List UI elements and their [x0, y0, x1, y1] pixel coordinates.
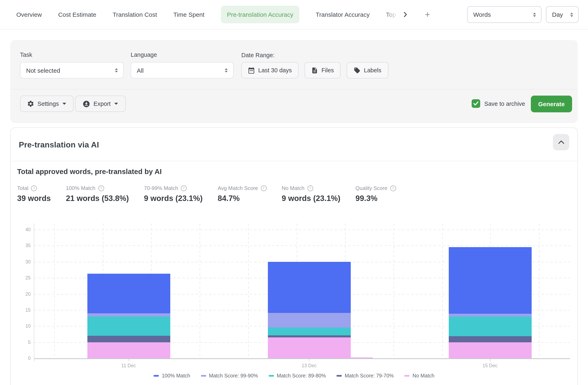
y-axis-tick-label: 10 — [17, 324, 31, 329]
report-tabs-bar: OverviewCost EstimateTranslation CostTim… — [0, 0, 588, 29]
y-axis-tick-label: 15 — [17, 308, 31, 313]
task-label: Task — [20, 51, 32, 58]
updown-stepper-icon — [531, 11, 538, 18]
files-button[interactable]: Files — [305, 62, 340, 78]
stat-value: 9 words (23.1%) — [282, 194, 340, 203]
files-button-label: Files — [321, 67, 334, 74]
card-header: Pre-translation via AI — [11, 128, 577, 161]
chevron-up-icon — [558, 140, 564, 144]
nav-selects: Words Day — [467, 6, 579, 23]
chart-legend: 100% MatchMatch Score: 99-90%Match Score… — [11, 373, 577, 379]
baseline-sliver — [351, 357, 373, 358]
legend-item[interactable]: Match Score: 99-90% — [201, 373, 258, 379]
legend-item[interactable]: Match Score: 79-70% — [336, 373, 394, 379]
period-select[interactable]: Day — [546, 6, 579, 23]
settings-button[interactable]: Settings — [20, 96, 74, 112]
updown-stepper-icon — [223, 67, 230, 74]
caret-down-icon — [114, 102, 118, 105]
unit-select[interactable]: Words — [467, 6, 542, 23]
bar-segment[interactable] — [268, 337, 351, 358]
bar-segment[interactable] — [449, 247, 531, 314]
stat-value: 21 words (53.8%) — [66, 194, 129, 203]
bar-segment[interactable] — [87, 336, 170, 342]
stat-value: 9 words (23.1%) — [144, 194, 203, 203]
task-select-value: Not selected — [26, 67, 60, 74]
collapse-card-button[interactable] — [553, 134, 569, 150]
tab-time-spent[interactable]: Time Spent — [173, 11, 204, 18]
save-to-archive-checkbox[interactable] — [472, 99, 480, 108]
legend-marker-icon — [269, 375, 274, 377]
check-icon — [473, 101, 479, 106]
stat-label: 100% Match — [66, 185, 96, 191]
chevron-right-icon — [402, 11, 409, 18]
bar-segment[interactable] — [268, 328, 351, 335]
legend-label: Match Score: 89-80% — [277, 373, 326, 379]
language-select[interactable]: All — [131, 62, 233, 78]
legend-marker-icon — [404, 375, 410, 377]
task-select[interactable]: Not selected — [20, 62, 124, 78]
bar-segment[interactable] — [87, 274, 170, 313]
bar-segment[interactable] — [87, 313, 170, 317]
stat: Totali39 words — [17, 185, 51, 203]
updown-stepper-icon — [568, 11, 575, 18]
stat-value: 39 words — [17, 194, 51, 203]
tab-top[interactable]: Top — [386, 11, 396, 18]
tabs-overflow-button[interactable] — [402, 11, 409, 18]
info-icon[interactable]: i — [261, 185, 267, 191]
tab-cost-estimate[interactable]: Cost Estimate — [58, 11, 96, 18]
bar-segment[interactable] — [268, 262, 351, 313]
tag-icon — [354, 67, 360, 74]
h-gridline — [34, 230, 570, 230]
download-circle-icon — [83, 100, 90, 108]
settings-button-label: Settings — [38, 101, 59, 107]
bar-segment[interactable] — [449, 314, 531, 317]
v-gridline — [442, 223, 442, 358]
export-button[interactable]: Export — [75, 96, 126, 112]
info-icon[interactable]: i — [181, 185, 187, 191]
date-range-label: Date Range: — [241, 52, 274, 58]
legend-label: Match Score: 79-70% — [345, 373, 394, 379]
stat: Avg Match Scorei84.7% — [218, 185, 267, 203]
export-button-label: Export — [93, 101, 111, 107]
stat-value: 84.7% — [218, 194, 267, 203]
bar-segment[interactable] — [268, 313, 351, 328]
bar-segment[interactable] — [87, 316, 170, 336]
stat-value: 99.3% — [356, 194, 396, 203]
x-axis-date-label: 15 Dec — [483, 363, 498, 368]
bar-segment[interactable] — [449, 342, 531, 358]
stat-label: Avg Match Score — [218, 185, 258, 191]
legend-item[interactable]: Match Score: 89-80% — [269, 373, 326, 379]
generate-button[interactable]: Generate — [531, 96, 572, 112]
legend-item[interactable]: 100% Match — [153, 373, 190, 379]
add-report-tab-button[interactable]: + — [425, 10, 430, 19]
legend-item[interactable]: No Match — [404, 373, 435, 379]
bar-segment[interactable] — [87, 342, 170, 358]
panel-divider — [10, 89, 578, 89]
v-gridline — [539, 223, 539, 358]
x-axis-date-label: 11 Dec — [121, 363, 136, 368]
period-select-value: Day — [552, 11, 563, 18]
y-axis-tick-label: 35 — [17, 243, 31, 248]
bar-segment[interactable] — [449, 317, 531, 336]
legend-marker-icon — [336, 375, 342, 377]
tab-pre-translation-accuracy[interactable]: Pre-translation Accuracy — [221, 6, 299, 23]
tab-translation-cost[interactable]: Translation Cost — [113, 11, 157, 18]
info-icon[interactable]: i — [98, 185, 104, 191]
v-gridline — [200, 223, 200, 358]
filters-panel: Task Language Date Range: Not selected A… — [10, 40, 578, 123]
tab-overview[interactable]: Overview — [16, 11, 42, 18]
stat-label: 70-99% Match — [144, 185, 178, 191]
info-icon[interactable]: i — [307, 185, 313, 191]
bar-segment[interactable] — [449, 336, 531, 342]
bar-segment[interactable] — [268, 335, 351, 337]
unit-select-value: Words — [473, 11, 491, 18]
tab-translator-accuracy[interactable]: Translator Accuracy — [316, 11, 370, 18]
caret-down-icon — [62, 102, 66, 105]
language-label: Language — [131, 51, 157, 58]
info-icon[interactable]: i — [31, 185, 37, 191]
date-range-button[interactable]: Last 30 days — [241, 62, 298, 78]
v-gridline — [248, 223, 249, 358]
info-icon[interactable]: i — [390, 185, 396, 191]
labels-button[interactable]: Labels — [347, 62, 388, 78]
card-title: Pre-translation via AI — [19, 140, 99, 150]
